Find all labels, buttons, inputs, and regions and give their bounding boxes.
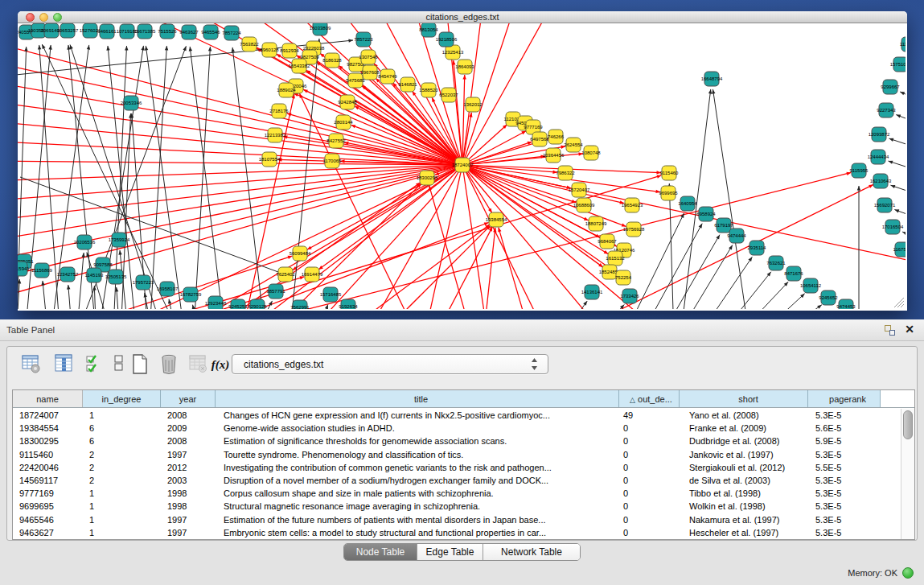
graph-node-label: 9115460 <box>660 171 680 175</box>
tab-network-table[interactable]: Network Table <box>483 544 580 560</box>
network-view[interactable]: 1872400718300295193845547563822896012889… <box>18 23 906 309</box>
graph-edge <box>900 92 905 95</box>
select-column-button[interactable] <box>53 353 74 376</box>
tab-node-table[interactable]: Node Table <box>344 544 417 560</box>
graph-edge <box>555 301 587 309</box>
graph-node-label: 16648794 <box>701 76 723 81</box>
graph-node-label: 1080748 <box>581 150 601 155</box>
close-window-button[interactable] <box>26 13 35 22</box>
table-settings-button[interactable] <box>20 353 41 376</box>
graph-edge <box>318 165 462 270</box>
cell: 5.3E-5 <box>808 500 881 513</box>
cell: Tourette syndrome. Phenomenology and cla… <box>216 448 619 461</box>
graph-edge <box>889 161 893 164</box>
new-table-button[interactable] <box>129 353 150 376</box>
cell: 0 <box>619 526 680 539</box>
window-title: citations_edges.txt <box>18 11 907 23</box>
cell: 5.3E-5 <box>808 409 881 422</box>
minimize-window-button[interactable] <box>39 13 48 22</box>
graph-node-label: 6497568 <box>530 137 549 142</box>
table-type-tabs: Node TableEdge TableNetwork Table <box>343 543 581 561</box>
graph-node-label: 8454749 <box>378 74 397 79</box>
table-row[interactable]: 946554611997Estimation of the future num… <box>13 513 901 526</box>
graph-node-label: 16671385 <box>134 29 156 34</box>
table-row[interactable]: 911546021997Tourette syndrome. Phenomeno… <box>13 448 901 461</box>
cell: 5.3E-5 <box>808 474 881 487</box>
cell: 9777169 <box>13 487 83 500</box>
delete-table-button[interactable] <box>158 353 179 376</box>
network-window[interactable]: citations_edges.txt 18724007183002951938… <box>18 11 907 311</box>
graph-node-label: 1112073 <box>900 42 906 47</box>
column-header-name[interactable]: name <box>13 390 83 407</box>
graph-node-label: 7857224 <box>222 31 241 35</box>
graph-edge <box>265 183 421 309</box>
column-header-short[interactable]: short <box>680 390 808 407</box>
table-scrollbar[interactable] <box>901 409 914 539</box>
cell: Estimation of significance thresholds fo… <box>216 435 619 447</box>
column-header-title[interactable]: title <box>216 390 619 407</box>
graph-edge <box>18 165 462 241</box>
table-row[interactable]: 1830029562008Estimation of significance … <box>13 435 901 447</box>
cell: 6 <box>83 435 161 447</box>
graph-node-label: 19756928 <box>623 227 645 232</box>
select-rows-button[interactable] <box>84 353 105 376</box>
window-titlebar[interactable]: citations_edges.txt <box>18 11 907 23</box>
graph-edge <box>896 115 906 129</box>
tab-edge-table[interactable]: Edge Table <box>417 544 483 560</box>
graph-edge <box>145 46 148 51</box>
cell: 2 <box>83 474 161 487</box>
function-builder-button[interactable]: f(x) <box>210 353 231 376</box>
graph-node-label: 18300295 <box>417 175 438 180</box>
scrollbar-thumb[interactable] <box>903 410 913 439</box>
row-height-button[interactable] <box>109 353 129 376</box>
cell: 1998 <box>161 500 216 513</box>
graph-node-label: 1362012 <box>463 102 483 107</box>
table-row[interactable]: 2242004622012Investigating the contribut… <box>13 461 901 474</box>
graph-node-label: 1615132 <box>606 256 625 261</box>
cell: 2 <box>83 448 161 461</box>
table-row[interactable]: 946362711997Embryonic stem cells: a mode… <box>13 526 901 539</box>
cell: Embryonic stem cells: a model to study s… <box>216 526 619 539</box>
cell: 2012 <box>161 461 216 474</box>
table-row[interactable]: 977716911998Corpus callosum shape and si… <box>13 487 901 500</box>
graph-edge <box>622 223 626 226</box>
graph-node-label: 9115955 <box>850 168 869 173</box>
table-row[interactable]: 1456911722003Disruption of a novel membe… <box>13 474 901 487</box>
table-selector-dropdown[interactable]: citations_edges.txt <box>232 354 548 374</box>
table-rows: 1872400712008Changes of HCN gene express… <box>13 409 901 539</box>
float-panel-icon[interactable] <box>885 325 895 336</box>
graph-node-label: 16033809 <box>310 26 331 31</box>
zoom-window-button[interactable] <box>53 13 62 22</box>
graph-node-label: 9192634 <box>339 304 358 309</box>
column-header-year[interactable]: year <box>161 390 216 407</box>
cell: 1 <box>83 513 161 526</box>
graph-node-label: 3624554 <box>564 142 583 147</box>
column-header-indegree[interactable]: in_degree <box>83 390 161 407</box>
graph-node-label: 7563822 <box>240 42 259 47</box>
table-row[interactable]: 1938455462009Genome-wide association stu… <box>13 422 901 435</box>
graph-edge <box>635 224 702 309</box>
graph-node-label: 9474453 <box>836 304 856 309</box>
graph-edge <box>669 183 674 309</box>
graph-node-label: 2803144 <box>334 120 353 125</box>
table-row[interactable]: 969969511998Structural magnetic resonanc… <box>13 500 901 513</box>
graph-edge <box>748 294 805 309</box>
table-row[interactable]: 1872400712008Changes of HCN gene express… <box>13 409 901 422</box>
graph-edge <box>146 46 185 309</box>
graph-edge <box>351 125 355 128</box>
graph-edge <box>462 75 466 80</box>
graph-edge <box>716 235 720 240</box>
graph-edge <box>277 54 281 58</box>
cell: 18300295 <box>13 435 83 447</box>
graph-edge <box>889 138 906 153</box>
graph-node-label: 12923448 <box>205 301 227 306</box>
column-header-pagerank[interactable]: pagerank <box>808 390 881 407</box>
cell: 22420046 <box>13 461 83 474</box>
cell: Dudbridge et al. (2008) <box>680 435 808 447</box>
graph-node-label: 56099484 <box>290 251 311 256</box>
graph-node-label: 12093872 <box>869 132 890 137</box>
table-toolbar: f(x) citations_edges.txt <box>7 347 917 382</box>
cell: 0 <box>619 513 680 526</box>
column-header-outde[interactable]: △ out_de... <box>619 390 680 407</box>
close-panel-icon[interactable]: ✕ <box>905 323 914 336</box>
